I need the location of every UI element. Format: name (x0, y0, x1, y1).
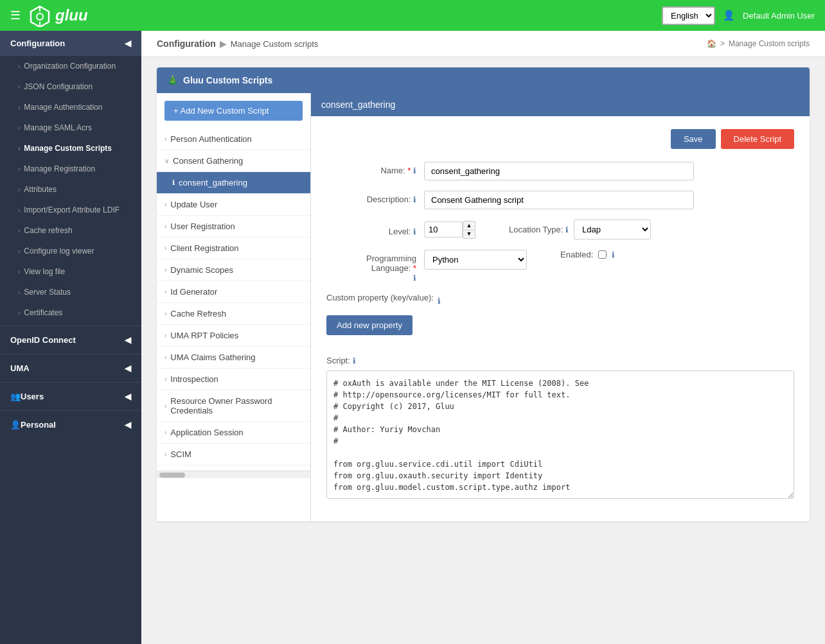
sidebar-item-manage-custom[interactable]: › Manage Custom Scripts (0, 138, 141, 159)
script-item-label: Cache Refresh (170, 309, 226, 318)
sidebar-item-cache-refresh[interactable]: › Cache refresh (0, 220, 141, 241)
layout: Configuration ◀ › Organization Configura… (0, 31, 825, 644)
card-header-label: Gluu Custom Scripts (183, 75, 272, 85)
sidebar-uma-label: UMA (10, 363, 30, 373)
description-row: Description: ℹ (326, 191, 794, 209)
page-header: Configuration ▶ Manage Custom scripts 🏠 … (141, 31, 825, 57)
logo-wrap: gluu (28, 4, 88, 27)
sidebar-item-import-export[interactable]: › Import/Export Attribute LDIF (0, 200, 141, 220)
script-item-label: Update User (170, 200, 217, 209)
sidebar-users-header[interactable]: 👥 Users ◀ (0, 385, 141, 408)
script-list-item-dynamic-scopes[interactable]: › Dynamic Scopes (157, 259, 310, 281)
chevron-icon: › (18, 207, 20, 214)
script-list-item-introspection[interactable]: › Introspection (157, 369, 310, 390)
name-input[interactable] (424, 162, 694, 180)
location-info-icon: ℹ (565, 225, 569, 234)
sidebar-item-org-config[interactable]: › Organization Configuration (0, 56, 141, 76)
sidebar-collapse-icon: ◀ (125, 39, 131, 48)
chevron-right-icon: › (164, 288, 166, 295)
level-decrement-button[interactable]: ▼ (463, 230, 475, 239)
chevron-icon: › (18, 166, 20, 173)
sidebar-item-label: Cache refresh (24, 226, 72, 235)
sidebar-personal-header[interactable]: 👤 Personal ◀ (0, 413, 141, 436)
sidebar: Configuration ◀ › Organization Configura… (0, 31, 141, 644)
hamburger-icon[interactable]: ☰ (10, 8, 21, 22)
chevron-right-icon: › (164, 429, 166, 436)
location-type-select[interactable]: Ldap File (574, 220, 651, 239)
detail-header: consent_gathering (311, 93, 810, 116)
chevron-right-icon: › (164, 451, 166, 458)
sidebar-item-server-status[interactable]: › Server Status (0, 282, 141, 302)
add-script-button[interactable]: + Add New Custom Script (164, 101, 303, 121)
sidebar-item-manage-saml[interactable]: › Manage SAML Acrs (0, 117, 141, 138)
script-textarea[interactable]: # oxAuth is available under the MIT Lice… (326, 370, 794, 499)
sidebar-item-label: Manage Custom Scripts (24, 144, 112, 153)
horizontal-scrollbar[interactable] (157, 471, 310, 478)
prog-lang-row: ProgrammingLanguage: * ℹ Python Java Jav… (326, 250, 794, 283)
card-body: + Add New Custom Script › Person Authent… (157, 93, 810, 521)
chevron-icon: › (18, 63, 20, 70)
script-list-item-id-gen[interactable]: › Id Generator (157, 281, 310, 303)
sidebar-item-view-log[interactable]: › View log file (0, 261, 141, 282)
custom-scripts-card: 🎄 Gluu Custom Scripts + Add New Custom S… (157, 67, 810, 521)
sidebar-item-label: Configure log viewer (24, 247, 94, 256)
add-new-property-button[interactable]: Add new property (326, 315, 412, 335)
sidebar-separator-3 (0, 382, 141, 383)
script-list-item-consent-gathering[interactable]: ∨ Consent Gathering (157, 150, 310, 172)
sidebar-item-label: Certificates (24, 308, 62, 317)
sidebar-openid-label: OpenID Connect (10, 335, 76, 345)
breadcrumb-home-icon[interactable]: 🏠 (707, 39, 716, 48)
script-list-item-person-auth[interactable]: › Person Authentication (157, 128, 310, 150)
chevron-right-icon: › (164, 403, 166, 410)
level-increment-button[interactable]: ▲ (463, 221, 475, 230)
script-list-item-client-reg[interactable]: › Client Registration (157, 238, 310, 259)
sidebar-item-attributes[interactable]: › Attributes (0, 179, 141, 200)
info-circle-icon: ℹ (172, 178, 175, 187)
programming-language-select[interactable]: Python Java JavaScript (424, 250, 527, 270)
script-list-item-consent-gathering-child[interactable]: ℹ consent_gathering (157, 172, 310, 194)
sidebar-item-manage-reg[interactable]: › Manage Registration (0, 159, 141, 179)
custom-prop-header: Custom property (key/value): ℹ (326, 293, 794, 309)
sidebar-item-manage-auth[interactable]: › Manage Authentication (0, 97, 141, 117)
chevron-icon: › (18, 125, 20, 132)
breadcrumb-page: Manage Custom scripts (729, 39, 810, 48)
chevron-icon: › (18, 83, 20, 91)
script-item-label: Client Registration (170, 243, 238, 253)
script-list-item-app-session[interactable]: › Application Session (157, 422, 310, 444)
sidebar-item-certificates[interactable]: › Certificates (0, 302, 141, 323)
chevron-right-icon: › (164, 245, 166, 252)
sidebar-item-json-config[interactable]: › JSON Configuration (0, 76, 141, 97)
breadcrumb: 🏠 > Manage Custom scripts (707, 39, 810, 48)
gluu-logo-icon (28, 4, 51, 27)
script-item-label: Introspection (170, 374, 218, 384)
sidebar-config-label: Configuration (10, 39, 65, 48)
page-header-left: Configuration ▶ Manage Custom scripts (157, 39, 318, 49)
script-list-item-update-user[interactable]: › Update User (157, 194, 310, 216)
sidebar-item-config-log[interactable]: › Configure log viewer (0, 241, 141, 261)
script-list-item-resource-owner[interactable]: › Resource Owner Password Credentials (157, 390, 310, 422)
sidebar-config-header[interactable]: Configuration ◀ (0, 31, 141, 56)
chevron-right-icon: › (164, 332, 166, 339)
sidebar-users-icon: 👥 (10, 392, 21, 401)
level-input[interactable] (424, 222, 463, 238)
script-list-item-cache-refresh[interactable]: › Cache Refresh (157, 303, 310, 325)
enabled-info-icon: ℹ (612, 250, 615, 259)
level-group: ▲ ▼ (424, 221, 475, 239)
delete-script-button[interactable]: Delete Script (721, 129, 794, 149)
sidebar-openid-header[interactable]: OpenID Connect ◀ (0, 329, 141, 351)
name-info-icon: ℹ (413, 166, 416, 175)
script-item-label: Consent Gathering (173, 156, 243, 166)
sidebar-personal-label: Personal (21, 420, 56, 430)
sidebar-item-label: Manage Registration (24, 164, 95, 173)
script-item-label: User Registration (170, 222, 235, 231)
script-list-item-user-reg[interactable]: › User Registration (157, 216, 310, 238)
sidebar-uma-header[interactable]: UMA ◀ (0, 357, 141, 379)
script-list-item-uma-claims[interactable]: › UMA Claims Gathering (157, 347, 310, 369)
language-select[interactable]: English (662, 6, 715, 25)
enabled-checkbox[interactable] (598, 250, 607, 259)
sidebar-item-label: Manage SAML Acrs (24, 123, 92, 132)
script-list-item-uma-rpt[interactable]: › UMA RPT Policies (157, 325, 310, 347)
save-button[interactable]: Save (671, 129, 716, 149)
script-list-item-scim[interactable]: › SCIM (157, 444, 310, 466)
description-input[interactable] (424, 191, 694, 209)
